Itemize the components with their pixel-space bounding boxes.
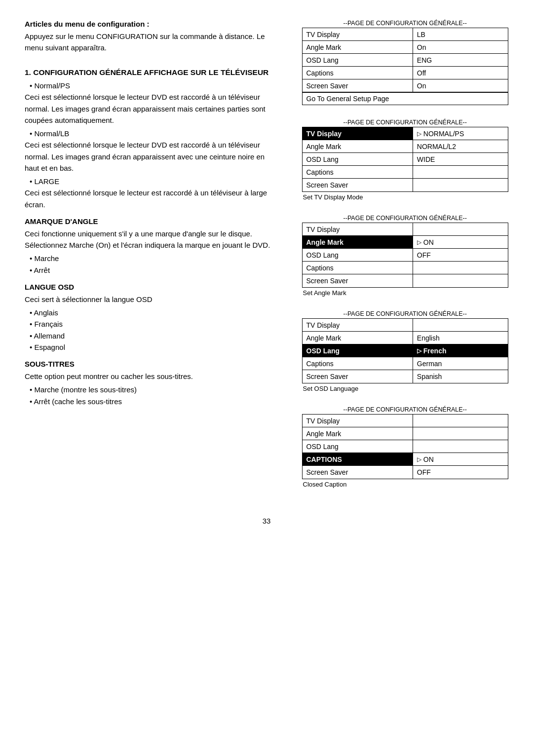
- menu2-col1-r3: OSD Lang: [303, 153, 413, 165]
- menu4-col1-r2: Angle Mark: [303, 332, 413, 344]
- menu3-col2-r1: [413, 223, 508, 235]
- table-row: OSD Lang WIDE: [303, 153, 508, 166]
- menu1-footer-text: Go To General Setup Page: [303, 93, 508, 105]
- table-row: Angle Mark ▷ON: [303, 236, 508, 249]
- table-row: OSD Lang OFF: [303, 249, 508, 262]
- menu5-box: TV Display Angle Mark OSD Lang CAPTIONS …: [302, 414, 509, 479]
- table-row: TV Display LB: [303, 28, 508, 41]
- menu5-col2-r4: ▷ON: [413, 453, 508, 465]
- table-row: Captions Off: [303, 67, 508, 79]
- arrow-icon: ▷: [417, 130, 421, 137]
- menu2-box: TV Display ▷NORMAL/PS Angle Mark NORMAL/…: [302, 127, 509, 192]
- table-row: Captions German: [303, 357, 508, 370]
- menu3-box: TV Display Angle Mark ▷ON OSD Lang OFF C…: [302, 223, 509, 288]
- sous-bullet1: Marche (montre les sous-titres): [30, 384, 277, 395]
- menu1-col2-r3: ENG: [413, 54, 508, 66]
- menu1-col1-r3: OSD Lang: [303, 54, 413, 66]
- table-row: Screen Saver: [303, 274, 508, 287]
- arrow-icon: ▷: [417, 456, 421, 463]
- menu2-col2-r4: [413, 166, 508, 178]
- menu2-col2-r5: [413, 179, 508, 191]
- menu4-section: --PAGE DE CONFIGURATION GÉNÉRALE-- TV Di…: [302, 310, 509, 392]
- menu4-col2-r3: ▷French: [413, 344, 508, 357]
- table-row: OSD Lang: [303, 440, 508, 453]
- menu4-col1-r4: Captions: [303, 357, 413, 370]
- menu1-col1-r2: Angle Mark: [303, 41, 413, 53]
- menu5-footer: Closed Caption: [302, 481, 509, 488]
- menu2-header: --PAGE DE CONFIGURATION GÉNÉRALE--: [302, 119, 509, 126]
- menu3-section: --PAGE DE CONFIGURATION GÉNÉRALE-- TV Di…: [302, 215, 509, 297]
- table-row: Angle Mark On: [303, 41, 508, 54]
- articles-title: Articles du menu de configuration :: [25, 20, 277, 28]
- menu4-col2-r4: German: [413, 357, 508, 370]
- menu5-header: --PAGE DE CONFIGURATION GÉNÉRALE--: [302, 406, 509, 413]
- lang-bullet1: Anglais: [30, 307, 277, 318]
- menu1-box: TV Display LB Angle Mark On OSD Lang ENG…: [302, 28, 509, 105]
- menu1-col2-r4: Off: [413, 67, 508, 79]
- table-row: OSD Lang ▷French: [303, 344, 508, 357]
- menu3-col2-r3: OFF: [413, 249, 508, 261]
- menu2-section: --PAGE DE CONFIGURATION GÉNÉRALE-- TV Di…: [302, 119, 509, 201]
- table-row: CAPTIONS ▷ON: [303, 453, 508, 466]
- angle-text: Ceci fonctionne uniquement s'il y a une …: [25, 228, 277, 251]
- table-row: Angle Mark English: [303, 332, 508, 344]
- large-bullet: LARGE: [30, 176, 277, 187]
- menu5-col1-r2: Angle Mark: [303, 427, 413, 440]
- menu1-section: --PAGE DE CONFIGURATION GÉNÉRALE-- TV Di…: [302, 20, 509, 105]
- section1-heading: 1. CONFIGURATION GÉNÉRALE AFFICHAGE SUR …: [25, 68, 277, 77]
- menu3-col2-r2: ▷ON: [413, 236, 508, 248]
- menu5-col2-r1: [413, 415, 508, 427]
- menu1-col1-r1: TV Display: [303, 28, 413, 40]
- menu5-section: --PAGE DE CONFIGURATION GÉNÉRALE-- TV Di…: [302, 406, 509, 488]
- lang-bullet4: Espagnol: [30, 341, 277, 353]
- menu4-header: --PAGE DE CONFIGURATION GÉNÉRALE--: [302, 310, 509, 317]
- menu2-footer: Set TV Display Mode: [302, 193, 509, 201]
- menu5-col2-r3: [413, 440, 508, 453]
- menu2-col1-r2: Angle Mark: [303, 140, 413, 152]
- table-row: OSD Lang ENG: [303, 54, 508, 67]
- menu3-header: --PAGE DE CONFIGURATION GÉNÉRALE--: [302, 215, 509, 222]
- menu3-col2-r5: [413, 274, 508, 287]
- intro-text: Appuyez sur le menu CONFIGURATION sur la…: [25, 31, 277, 53]
- menu2-col1-r1: TV Display: [303, 127, 413, 140]
- menu4-col1-r5: Screen Saver: [303, 370, 413, 383]
- menu3-col1-r5: Screen Saver: [303, 274, 413, 287]
- menu4-col1-r1: TV Display: [303, 319, 413, 331]
- sous-heading: SOUS-TITRES: [25, 360, 277, 368]
- menu1-col2-r5: On: [413, 79, 508, 92]
- menu3-col1-r2: Angle Mark: [303, 236, 413, 248]
- menu5-col1-r3: OSD Lang: [303, 440, 413, 453]
- menu1-col1-r4: Captions: [303, 67, 413, 79]
- menu1-col2-r1: LB: [413, 28, 508, 40]
- menu3-footer: Set Angle Mark: [302, 289, 509, 297]
- table-row: Screen Saver: [303, 179, 508, 191]
- table-row: TV Display: [303, 319, 508, 332]
- menu1-col1-r5: Screen Saver: [303, 79, 413, 92]
- lang-bullet2: Français: [30, 318, 277, 330]
- menu5-col1-r1: TV Display: [303, 415, 413, 427]
- table-row: Screen Saver On: [303, 79, 508, 92]
- normallb-text: Ceci est sélectionné lorsque le lecteur …: [25, 139, 277, 174]
- table-row: Captions: [303, 166, 508, 179]
- menu2-col1-r4: Captions: [303, 166, 413, 178]
- normallb-bullet: Normal/LB: [30, 128, 277, 139]
- menu1-header: --PAGE DE CONFIGURATION GÉNÉRALE--: [302, 20, 509, 27]
- angle-heading: AMARQUE D'ANGLE: [25, 217, 277, 226]
- table-row: TV Display: [303, 223, 508, 236]
- page-layout: Articles du menu de configuration : Appu…: [25, 20, 508, 502]
- menu5-col1-r4: CAPTIONS: [303, 453, 413, 465]
- menu4-footer: Set OSD Language: [302, 385, 509, 392]
- menu4-col2-r2: English: [413, 332, 508, 344]
- lang-heading: LANGUE OSD: [25, 283, 277, 291]
- table-row: Angle Mark NORMAL/L2: [303, 140, 508, 153]
- lang-bullet3: Allemand: [30, 330, 277, 341]
- menu2-col1-r5: Screen Saver: [303, 179, 413, 191]
- left-column: Articles du menu de configuration : Appu…: [25, 20, 282, 407]
- table-row: Captions: [303, 262, 508, 274]
- menu1-col2-r2: On: [413, 41, 508, 53]
- sous-text1: Cette option peut montrer ou cacher les …: [25, 371, 277, 382]
- arrow-icon: ▷: [417, 347, 421, 354]
- right-column: --PAGE DE CONFIGURATION GÉNÉRALE-- TV Di…: [297, 20, 509, 502]
- angle-bullet2: Arrêt: [30, 265, 277, 276]
- menu2-col2-r3: WIDE: [413, 153, 508, 165]
